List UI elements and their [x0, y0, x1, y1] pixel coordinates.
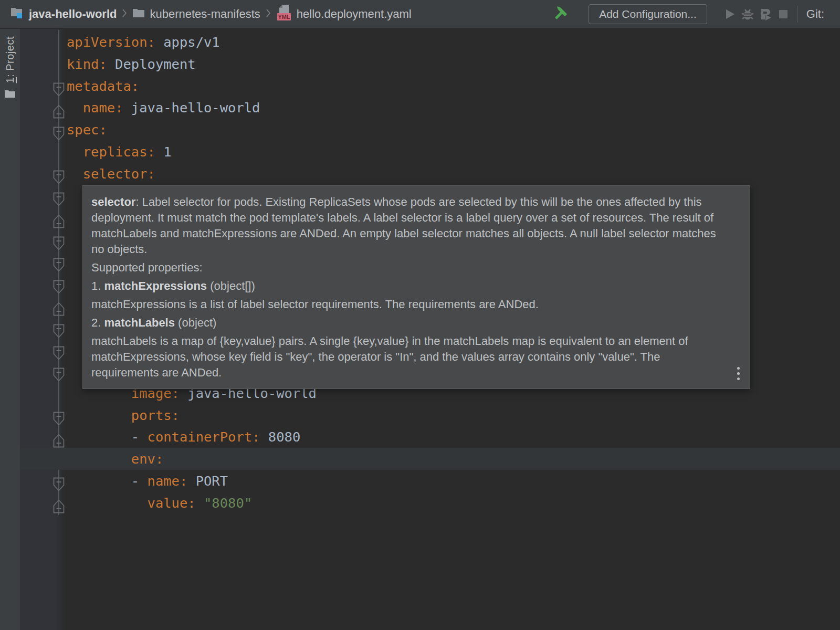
- doc-paragraph: 1. matchExpressions (object[]): [91, 278, 727, 294]
- folder-icon: [132, 7, 145, 21]
- token-key: env:: [131, 451, 163, 467]
- token-val: PORT: [187, 473, 228, 489]
- fold-down-icon[interactable]: [53, 280, 65, 294]
- sidebar-item-project[interactable]: 1: Project: [4, 36, 16, 83]
- code-line-6[interactable]: selector:: [67, 163, 155, 185]
- token-val: 1: [155, 144, 172, 160]
- token-key: kind:: [67, 56, 107, 72]
- token-val: 8080: [260, 429, 300, 445]
- breadcrumb-separator-icon: [266, 8, 271, 20]
- code-line-20[interactable]: - name: PORT: [67, 470, 228, 492]
- token-key: spec:: [67, 122, 107, 138]
- token-key: metadata:: [67, 78, 139, 94]
- token-val: [67, 166, 83, 182]
- token-val: java-hello-world: [123, 100, 260, 116]
- kebab-menu-icon[interactable]: [736, 367, 740, 380]
- fold-up-icon[interactable]: [53, 214, 65, 228]
- fold-down-icon[interactable]: [53, 258, 65, 272]
- token-key: replicas:: [83, 144, 155, 160]
- token-str: "8080": [204, 495, 252, 511]
- doc-paragraph: matchLabels is a map of {key,value} pair…: [91, 333, 727, 381]
- fold-down-icon[interactable]: [53, 412, 65, 426]
- fold-down-icon[interactable]: [53, 170, 65, 184]
- fold-down-icon[interactable]: [53, 127, 65, 141]
- documentation-popup: selector: Label selector for pods. Exist…: [82, 185, 750, 389]
- code-line-2[interactable]: metadata:: [67, 75, 139, 97]
- doc-paragraph: matchExpressions is a list of label sele…: [91, 297, 727, 312]
- breadcrumb-item-kubernetes-manifests[interactable]: kubernetes-manifests: [132, 7, 260, 21]
- code-line-5[interactable]: replicas: 1: [67, 141, 172, 163]
- code-line-18[interactable]: - containerPort: 8080: [67, 426, 300, 448]
- fold-up-icon[interactable]: [53, 499, 65, 513]
- fold-up-icon[interactable]: [53, 302, 65, 316]
- token-key: name:: [83, 100, 123, 116]
- breadcrumb-label: kubernetes-manifests: [150, 7, 260, 21]
- fold-up-icon[interactable]: [53, 434, 65, 448]
- breadcrumb-label: hello.deployment.yaml: [297, 7, 412, 21]
- token-key: containerPort:: [148, 429, 260, 445]
- code-line-4[interactable]: spec:: [67, 119, 107, 141]
- toolbar-divider: [797, 6, 798, 23]
- token-val: Deployment: [107, 56, 196, 72]
- fold-down-icon[interactable]: [53, 368, 65, 382]
- debug-icon[interactable]: [739, 5, 757, 23]
- token-val: [67, 495, 148, 511]
- code-line-17[interactable]: ports:: [67, 404, 180, 426]
- fold-up-icon[interactable]: [53, 104, 65, 119]
- token-key: name:: [148, 473, 188, 489]
- folder-icon: [5, 89, 15, 100]
- fold-down-icon[interactable]: [53, 346, 65, 360]
- hammer-icon[interactable]: [551, 5, 569, 23]
- token-val: [67, 451, 131, 467]
- token-val: [67, 144, 83, 160]
- main-toolbar: java-hello-worldkubernetes-manifestsYMLh…: [0, 0, 840, 29]
- tool-window-stripe: 1: Project: [0, 29, 20, 630]
- fold-down-icon[interactable]: [53, 192, 65, 206]
- breadcrumb: java-hello-worldkubernetes-manifestsYMLh…: [10, 4, 412, 24]
- fold-down-icon[interactable]: [53, 236, 65, 250]
- editor-surface[interactable]: apiVersion: apps/v1kind: Deploymentmetad…: [20, 29, 840, 630]
- token-val: -: [67, 473, 148, 489]
- token-val: apps/v1: [155, 34, 220, 50]
- breadcrumb-item-hello.deployment.yaml[interactable]: YMLhello.deployment.yaml: [276, 4, 412, 24]
- fold-down-icon[interactable]: [53, 324, 65, 338]
- breadcrumb-label: java-hello-world: [29, 7, 117, 21]
- token-val: -: [67, 429, 148, 445]
- code-line-19[interactable]: env:: [67, 448, 163, 470]
- code-line-3[interactable]: name: java-hello-world: [67, 97, 260, 119]
- token-val: [196, 495, 204, 511]
- token-key: apiVersion:: [67, 34, 155, 50]
- code-line-1[interactable]: kind: Deployment: [67, 53, 196, 75]
- code-line-21[interactable]: value: "8080": [67, 492, 252, 514]
- fold-down-icon[interactable]: [53, 477, 65, 491]
- token-val: [67, 407, 131, 423]
- doc-paragraph: selector: Label selector for pods. Exist…: [91, 194, 727, 257]
- toolbar-actions: Add Configuration... Git:: [551, 4, 824, 24]
- coverage-icon[interactable]: [757, 5, 774, 23]
- token-key: ports:: [131, 407, 180, 423]
- token-val: [67, 100, 83, 116]
- code-line-0[interactable]: apiVersion: apps/v1: [67, 31, 220, 53]
- breadcrumb-item-java-hello-world[interactable]: java-hello-world: [10, 6, 117, 22]
- svg-text:YML: YML: [278, 14, 290, 20]
- project-folder-icon: [10, 6, 24, 22]
- stop-icon[interactable]: [774, 5, 792, 23]
- run-icon[interactable]: [721, 5, 739, 23]
- doc-paragraph: 2. matchLabels (object): [91, 315, 727, 331]
- add-configuration-button[interactable]: Add Configuration...: [589, 4, 707, 24]
- doc-paragraph: Supported properties:: [91, 260, 727, 276]
- fold-down-icon[interactable]: [53, 82, 65, 97]
- token-key: selector:: [83, 166, 155, 182]
- breadcrumb-separator-icon: [122, 8, 127, 20]
- yaml-file-icon: YML: [276, 4, 292, 24]
- token-key: value:: [148, 495, 196, 511]
- git-widget[interactable]: Git:: [806, 7, 824, 21]
